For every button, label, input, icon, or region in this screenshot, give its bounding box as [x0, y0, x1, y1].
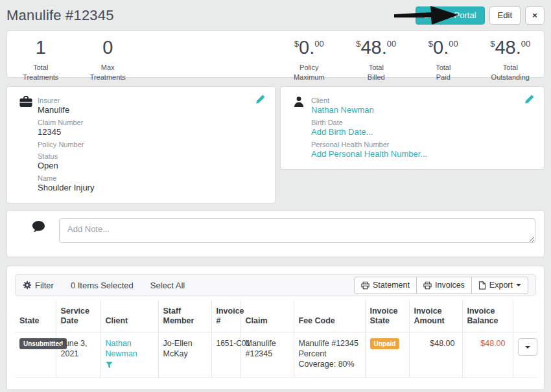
edit-client-pencil-icon[interactable] — [524, 95, 534, 107]
invoices-button[interactable]: Invoices — [416, 277, 472, 294]
filter-button[interactable]: Filter — [23, 281, 54, 290]
edit-button[interactable]: Edit — [489, 6, 521, 25]
row-client-link[interactable]: Nathan Newman — [106, 339, 137, 358]
edit-insurer-pencil-icon[interactable] — [255, 95, 265, 107]
row-actions-cell — [513, 332, 537, 378]
policy-number-field: Policy Number — [38, 141, 264, 148]
note-card — [6, 210, 545, 257]
col-client: Client — [100, 300, 158, 332]
client-card: Client Nathan Newman Birth Date Add Birt… — [280, 86, 545, 170]
page-title: Manulife #12345 — [6, 7, 114, 24]
select-all-button[interactable]: Select All — [150, 281, 185, 290]
client-cell: Nathan Newman — [100, 332, 158, 378]
col-actions — [513, 300, 537, 332]
stat-total-treatments: 1 TotalTreatments — [7, 37, 75, 82]
export-button[interactable]: Export — [471, 277, 528, 294]
col-staff-member: Staff Member — [158, 300, 211, 332]
col-claim: Claim — [240, 300, 294, 332]
stat-total-paid: $0.00 TotalPaid — [410, 37, 477, 82]
service-date-cell: June 3, 2021 — [56, 332, 100, 378]
claim-cell: Manulife #12345 — [240, 332, 294, 378]
state-cell: Unsubmitted — [15, 332, 56, 378]
status-field: Status Open — [38, 152, 264, 170]
personal-health-number-field: Personal Health Number Add Personal Heal… — [311, 141, 533, 159]
topbar: Manulife #12345 Launch Portal Edit × — [6, 0, 545, 30]
col-fee-code: Fee Code — [294, 300, 365, 332]
insurer-card: Insurer Manulife Claim Number 12345 Poli… — [6, 86, 276, 203]
client-name-link[interactable]: Nathan Newman — [311, 106, 533, 115]
topbar-buttons: Launch Portal Edit × — [416, 6, 545, 25]
staff-member-cell: Jo-Ellen McKay — [158, 332, 211, 378]
invoice-balance-cell: $48.00 — [462, 332, 513, 378]
gear-icon — [23, 281, 32, 290]
stat-policy-maximum: $0.00 PolicyMaximum — [276, 37, 343, 82]
filter-funnel-icon[interactable] — [106, 361, 156, 371]
invoices-table: State Service Date Client Staff Member I… — [15, 300, 537, 378]
col-invoice-balance: Invoice Balance — [462, 300, 513, 332]
add-birth-date-link[interactable]: Add Birth Date... — [311, 128, 533, 137]
printer-icon — [361, 281, 369, 290]
claim-stats-card: 1 TotalTreatments 0 MaxTreatments $0.00 … — [6, 30, 545, 78]
col-invoice-amount: Invoice Amount — [409, 300, 462, 332]
table-row: Unsubmitted June 3, 2021 Nathan Newman J… — [15, 332, 537, 378]
unsubmitted-badge: Unsubmitted — [19, 338, 67, 349]
close-button[interactable]: × — [525, 6, 545, 25]
claim-name-field: Name Shoulder Injury — [38, 174, 264, 192]
person-icon — [293, 96, 305, 110]
add-note-input[interactable] — [59, 218, 535, 243]
launch-portal-button[interactable]: Launch Portal — [416, 6, 484, 25]
printer-icon — [423, 281, 432, 290]
col-invoice-number: Invoice # — [211, 300, 240, 332]
caret-down-icon — [525, 346, 530, 349]
invoice-state-cell: Unpaid — [365, 332, 409, 378]
client-field: Client Nathan Newman — [311, 97, 533, 115]
invoice-amount-cell: $48.00 — [409, 332, 462, 378]
briefcase-icon — [19, 96, 32, 110]
speech-bubble-icon — [32, 220, 45, 236]
col-service-date: Service Date — [56, 300, 100, 332]
stat-total-billed: $48.00 TotalBilled — [343, 37, 410, 82]
col-invoice-state: Invoice State — [365, 300, 409, 332]
col-state: State — [15, 300, 56, 332]
caret-down-icon — [516, 284, 521, 286]
claim-page: Manulife #12345 Launch Portal Edit × 1 T… — [0, 0, 551, 390]
items-selected-count: 0 Items Selected — [71, 281, 134, 290]
invoice-number-cell: 1651-C01 — [211, 332, 240, 378]
unpaid-badge: Unpaid — [370, 338, 400, 349]
add-personal-health-number-link[interactable]: Add Personal Health Number... — [311, 150, 533, 159]
row-dropdown-button[interactable] — [518, 338, 537, 356]
invoices-card: Filter 0 Items Selected Select All State… — [6, 266, 545, 390]
table-actions: Statement Invoices — [354, 277, 528, 294]
fee-code-cell: Manulife #12345 Percent Coverage: 80% — [294, 332, 365, 378]
stat-max-treatments: 0 MaxTreatments — [75, 37, 142, 82]
insurer-field: Insurer Manulife — [38, 97, 264, 115]
claim-number-field: Claim Number 12345 — [38, 119, 264, 137]
statement-button[interactable]: Statement — [354, 277, 417, 294]
invoices-toolbar: Filter 0 Items Selected Select All State… — [15, 274, 536, 296]
file-icon — [478, 281, 486, 290]
stat-total-outstanding: $48.00 TotalOutstanding — [477, 37, 545, 82]
birth-date-field: Birth Date Add Birth Date... — [311, 119, 533, 137]
table-header-row: State Service Date Client Staff Member I… — [15, 300, 537, 332]
